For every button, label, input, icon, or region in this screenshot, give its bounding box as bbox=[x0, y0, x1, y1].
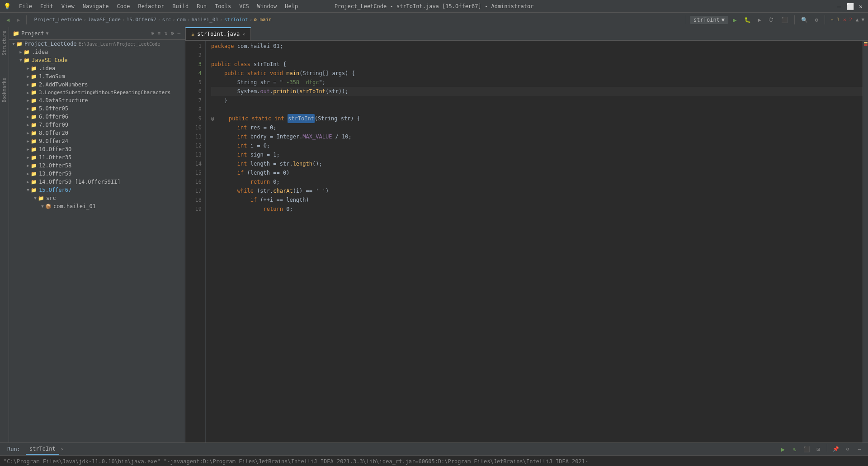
code-line-2 bbox=[211, 51, 863, 60]
forward-button[interactable]: ▶ bbox=[14, 14, 23, 25]
menu-refactor[interactable]: Refactor bbox=[134, 2, 168, 11]
tree-item-offer59[interactable]: ▶ 📁 13.Offer59 bbox=[9, 170, 185, 178]
tree-item-offer58[interactable]: ▶ 📁 12.Offer58 bbox=[9, 162, 185, 170]
tree-offer30-label: 10.Offer30 bbox=[39, 146, 71, 152]
error-nav-down[interactable]: ▼ bbox=[861, 17, 864, 23]
run-config-selector[interactable]: strToInt ▼ bbox=[690, 16, 728, 24]
stop-button[interactable]: ⬛ bbox=[778, 14, 791, 25]
settings-run-button[interactable]: ⚙ bbox=[843, 444, 853, 454]
panel-expand-button[interactable]: ⇅ bbox=[163, 29, 168, 37]
tree-item-datastruct[interactable]: ▶ 📁 4.DataStructure bbox=[9, 96, 185, 105]
breadcrumb-javase[interactable]: JavaSE_Code bbox=[88, 17, 121, 23]
tree-offer59-label: 13.Offer59 bbox=[39, 171, 71, 177]
project-panel-label: Project bbox=[21, 30, 44, 37]
run-with-coverage-button[interactable]: ▶ bbox=[755, 14, 764, 25]
bottom-tab-bar: Run: strToInt ✕ ▶ ↻ ⬛ ⊡ 📌 ⚙ — bbox=[0, 443, 868, 456]
bottom-tab-strtoint[interactable]: strToInt bbox=[26, 444, 59, 455]
restore-layout-button[interactable]: ⊡ bbox=[813, 444, 823, 454]
menu-view[interactable]: View bbox=[58, 2, 78, 11]
breadcrumb-src[interactable]: src bbox=[162, 17, 171, 23]
breadcrumb-strtoint[interactable]: strToInt bbox=[224, 17, 248, 23]
stop-run-button[interactable]: ⬛ bbox=[802, 444, 811, 454]
tree-item-idea2[interactable]: ▶ 📁 .idea bbox=[9, 64, 185, 72]
profile-button[interactable]: ⏱ bbox=[766, 14, 777, 25]
code-content[interactable]: package com.hailei_01; public class strT… bbox=[206, 41, 863, 442]
ln-19: 19 bbox=[185, 204, 202, 214]
tree-offer35-label: 11.Offer35 bbox=[39, 154, 71, 161]
breadcrumb-offer67[interactable]: 15.Offer67 bbox=[127, 17, 156, 23]
warning-indicator[interactable]: ⚠ 1 bbox=[830, 17, 840, 23]
close-bottom-button[interactable]: — bbox=[854, 444, 864, 454]
tree-offer05-label: 5.Offer05 bbox=[39, 105, 68, 112]
bottom-tab-close[interactable]: ✕ bbox=[61, 447, 64, 452]
menu-build[interactable]: Build bbox=[169, 2, 192, 11]
tree-offer58-label: 12.Offer58 bbox=[39, 162, 71, 169]
structure-panel-toggle[interactable]: Structure bbox=[2, 29, 7, 57]
menu-tools[interactable]: Tools bbox=[211, 2, 235, 11]
tree-item-offer06[interactable]: ▶ 📁 6.Offer06 bbox=[9, 113, 185, 121]
bottom-tab-actions: ▶ ↻ ⬛ ⊡ 📌 ⚙ — bbox=[778, 444, 864, 454]
breadcrumb-hailei[interactable]: hailei_01 bbox=[191, 17, 218, 23]
panel-settings-button[interactable]: ⚙ bbox=[170, 29, 175, 37]
menu-navigate[interactable]: Navigate bbox=[79, 2, 113, 11]
ln-12: 12 bbox=[185, 141, 202, 150]
ln-18: 18 bbox=[185, 195, 202, 204]
title-bar-right: — ⬜ ✕ bbox=[835, 3, 864, 10]
tree-item-twosum[interactable]: ▶ 📁 1.TwoSum bbox=[9, 72, 185, 81]
tree-item-offer24[interactable]: ▶ 📁 9.Offer24 bbox=[9, 137, 185, 145]
panel-minimize-button[interactable]: — bbox=[176, 29, 181, 37]
tree-offer09-label: 7.Offer09 bbox=[39, 122, 68, 128]
tree-item-offer30[interactable]: ▶ 📁 10.Offer30 bbox=[9, 145, 185, 153]
menu-window[interactable]: Window bbox=[254, 2, 280, 11]
breadcrumb-com[interactable]: com bbox=[177, 17, 186, 23]
run-again-button[interactable]: ▶ bbox=[778, 444, 788, 454]
tree-item-offer67[interactable]: ▼ 📁 15.Offer67 bbox=[9, 186, 185, 194]
back-button[interactable]: ◀ bbox=[4, 14, 12, 25]
tree-item-javase[interactable]: ▼ 📁 JavaSE_Code bbox=[9, 56, 185, 64]
search-everywhere-button[interactable]: 🔍 bbox=[798, 14, 811, 25]
project-dropdown-icon[interactable]: ▼ bbox=[46, 31, 49, 36]
tab-strtoint[interactable]: ☕ strToInt.java ✕ bbox=[185, 27, 251, 40]
menu-help[interactable]: Help bbox=[281, 2, 302, 11]
tree-item-src[interactable]: ▼ 📁 src bbox=[9, 194, 185, 202]
tree-item-addtwo[interactable]: ▶ 📁 2.AddTwoNumbers bbox=[9, 81, 185, 89]
run-button[interactable]: ▶ bbox=[730, 14, 739, 25]
tree-item-offer35[interactable]: ▶ 📁 11.Offer35 bbox=[9, 153, 185, 162]
twosum-icon: 📁 bbox=[31, 74, 37, 80]
breadcrumb-project[interactable]: Project_LeetCode bbox=[34, 17, 82, 23]
menu-vcs[interactable]: VCS bbox=[236, 2, 253, 11]
minimize-button[interactable]: — bbox=[835, 3, 843, 10]
debug-button[interactable]: 🐛 bbox=[741, 14, 754, 25]
tree-arrow-package: ▼ bbox=[40, 204, 45, 209]
collapse-all-button[interactable]: ≡ bbox=[157, 29, 162, 37]
bookmarks-panel-toggle[interactable]: Bookmarks bbox=[2, 76, 7, 104]
code-editor[interactable]: 1 2 ▶3 ▶4 5 6 7 8 9 10 11 12 13 bbox=[185, 41, 868, 442]
tree-arrow-offer67: ▼ bbox=[25, 187, 31, 193]
tree-item-offer05[interactable]: ▶ 📁 5.Offer05 bbox=[9, 105, 185, 113]
error-indicator[interactable]: ✕ 2 bbox=[843, 17, 852, 23]
tree-root[interactable]: ▼ 📁 Project_LeetCode E:\Java_Learn\Proje… bbox=[9, 40, 185, 48]
menu-code[interactable]: Code bbox=[113, 2, 134, 11]
tab-close-button[interactable]: ✕ bbox=[242, 32, 245, 37]
rerun-button[interactable]: ↻ bbox=[790, 444, 800, 454]
bottom-run-label: Run: bbox=[4, 444, 24, 454]
pin-tab-button[interactable]: 📌 bbox=[831, 444, 841, 454]
menu-edit[interactable]: Edit bbox=[37, 2, 57, 11]
tree-item-idea[interactable]: ▶ 📁 .idea bbox=[9, 48, 185, 56]
settings-button[interactable]: ⚙ bbox=[812, 14, 821, 25]
locate-file-button[interactable]: ⊙ bbox=[150, 29, 155, 37]
error-nav-up[interactable]: ▲ bbox=[856, 17, 859, 23]
tree-item-package[interactable]: ▼ 📦 com.hailei_01 bbox=[9, 202, 185, 210]
tree-item-offer59b[interactable]: ▶ 📁 14.Offer59 [14.Offer59II] bbox=[9, 178, 185, 186]
menu-file[interactable]: File bbox=[15, 2, 36, 11]
maximize-button[interactable]: ⬜ bbox=[846, 3, 854, 10]
close-button[interactable]: ✕ bbox=[857, 3, 864, 10]
tree-item-offer09[interactable]: ▶ 📁 7.Offer09 bbox=[9, 121, 185, 129]
tree-item-longest[interactable]: ▶ 📁 3.LongestSubstringWithoutRepeatingCh… bbox=[9, 89, 185, 96]
title-bar: 💡 File Edit View Navigate Code Refactor … bbox=[0, 0, 868, 13]
tree-item-offer20[interactable]: ▶ 📁 8.Offer20 bbox=[9, 129, 185, 137]
menu-run[interactable]: Run bbox=[193, 2, 210, 11]
toolbar-sep-2 bbox=[686, 15, 686, 24]
right-gutter[interactable] bbox=[863, 41, 868, 442]
breadcrumb-main[interactable]: ⚙ main bbox=[254, 17, 272, 23]
